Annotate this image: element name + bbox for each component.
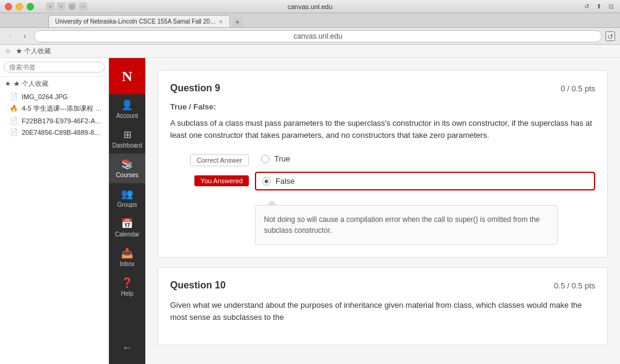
option-false-label: False bbox=[275, 177, 295, 186]
nav-item-calendar[interactable]: 📅 Calendar bbox=[109, 213, 145, 242]
reader-view-button[interactable]: ⊡ bbox=[68, 2, 76, 11]
question-9-title: Question 9 bbox=[170, 83, 220, 94]
nav-controls: ‹ › ⊡ ··· bbox=[46, 2, 87, 11]
nav-item-courses[interactable]: 📚 Courses bbox=[109, 154, 145, 183]
correct-answer-option: True bbox=[255, 151, 595, 167]
nav-item-account[interactable]: 👤 Account bbox=[109, 94, 145, 124]
question-9-header: Question 9 0 / 0.5 pts bbox=[170, 83, 595, 94]
question-9-type: True / False: bbox=[170, 102, 595, 111]
bookmark-item-2[interactable]: 🔥 4-5 学生选课---添加课程 II (0... bbox=[0, 102, 108, 115]
option-true-label: True bbox=[274, 154, 290, 163]
nav-label-inbox: Inbox bbox=[120, 261, 134, 267]
bookmarks-sidebar: ★ ★ 个人收藏 📄 IMG_0264.JPG 🔥 4-5 学生选课---添加课… bbox=[0, 58, 109, 364]
correct-answer-badge: Correct Answer bbox=[190, 154, 249, 166]
question-10-points: 0.5 / 0.5 pts bbox=[554, 281, 595, 290]
file-icon-3: 📄 bbox=[10, 117, 18, 125]
help-icon: ❓ bbox=[121, 277, 133, 288]
bookmark-item-3[interactable]: 📄 F22BB179-E979-46F2-AA09-... bbox=[0, 115, 108, 126]
nav-back-button[interactable]: ← bbox=[109, 337, 145, 358]
correct-answer-label-container: Correct Answer bbox=[170, 154, 249, 166]
question-9-text: A subclass of a class must pass paramete… bbox=[170, 117, 595, 141]
wrong-answer-option: False bbox=[255, 172, 595, 190]
main-content: Question 9 0 / 0.5 pts True / False: A s… bbox=[145, 58, 620, 364]
lms-logo: N bbox=[109, 58, 145, 94]
minimize-button[interactable] bbox=[16, 3, 23, 10]
sidebar-favorites-label: ★ ★ 个人收藏 bbox=[0, 77, 108, 91]
question-10-text: Given what we understand about the purpo… bbox=[170, 299, 595, 323]
bookmark-label-4: 20E74856-C89B-4889-85A... bbox=[22, 129, 104, 136]
nav-item-help[interactable]: ❓ Help bbox=[109, 272, 145, 302]
sidebar-search-input[interactable] bbox=[4, 62, 105, 73]
nav-label-account: Account bbox=[116, 112, 138, 119]
window-title: canvas.unl.edu bbox=[288, 3, 332, 10]
radio-dot bbox=[265, 180, 268, 183]
sidebar-search-container bbox=[0, 58, 108, 77]
url-input[interactable]: canvas.unl.edu bbox=[34, 30, 602, 42]
correct-answer-section: Correct Answer True bbox=[170, 151, 595, 167]
bookmark-label-1: IMG_0264.JPG bbox=[22, 93, 68, 100]
nav-label-groups: Groups bbox=[117, 201, 137, 208]
tab-1[interactable]: University of Nebraska-Lincoln CSCE 155A… bbox=[48, 15, 230, 27]
groups-icon: 👥 bbox=[121, 188, 133, 200]
browser-back-button[interactable]: ‹ bbox=[5, 31, 16, 42]
bookmark-label-3: F22BB179-E979-46F2-AA09-... bbox=[22, 117, 104, 125]
question-9-points: 0 / 0.5 pts bbox=[561, 84, 595, 93]
more-button[interactable]: ··· bbox=[79, 2, 87, 11]
feedback-container: Not doing so will cause a compilation er… bbox=[255, 200, 558, 245]
title-bar: ‹ › ⊡ ··· canvas.unl.edu ↺ ⬆ ⊡ bbox=[0, 0, 620, 13]
tab-1-close[interactable]: ✕ bbox=[219, 19, 223, 25]
question-10-header: Question 10 0.5 / 0.5 pts bbox=[170, 280, 595, 291]
nav-item-groups[interactable]: 👥 Groups bbox=[109, 183, 145, 213]
tab-bar: University of Nebraska-Lincoln CSCE 155A… bbox=[0, 13, 620, 28]
bookmark-bar: ☆ ★ 个人收藏 bbox=[0, 45, 620, 58]
share-icon[interactable]: ⬆ bbox=[595, 2, 603, 11]
file-icon-4: 📄 bbox=[10, 128, 18, 136]
address-bar: ‹ › canvas.unl.edu ↺ bbox=[0, 28, 620, 45]
bookmark-section-icon: ☆ bbox=[5, 47, 11, 55]
nav-label-courses: Courses bbox=[116, 172, 138, 178]
fullscreen-icon[interactable]: ⊡ bbox=[607, 2, 615, 11]
file-icon-1: 📄 bbox=[10, 93, 18, 100]
back-nav-button[interactable]: ‹ bbox=[46, 2, 54, 11]
browser-forward-button[interactable]: › bbox=[19, 31, 30, 42]
nav-item-dashboard[interactable]: ⊞ Dashboard bbox=[109, 124, 145, 154]
reload-icon[interactable]: ↺ bbox=[582, 2, 591, 11]
feedback-text: Not doing so will cause a compilation er… bbox=[264, 215, 540, 235]
fire-icon: 🔥 bbox=[10, 105, 18, 112]
tab-1-label: University of Nebraska-Lincoln CSCE 155A… bbox=[55, 18, 216, 25]
you-answered-badge: You Answered bbox=[194, 175, 249, 186]
courses-icon: 📚 bbox=[121, 158, 133, 170]
dashboard-icon: ⊞ bbox=[124, 129, 131, 140]
lms-navigation: N 👤 Account ⊞ Dashboard 📚 Courses 👥 Grou… bbox=[109, 58, 145, 364]
maximize-button[interactable] bbox=[27, 3, 34, 10]
bookmark-label-2: 4-5 学生选课---添加课程 II (0... bbox=[22, 104, 104, 113]
close-button[interactable] bbox=[5, 3, 12, 10]
inbox-icon: 📥 bbox=[121, 247, 133, 259]
radio-true bbox=[261, 155, 269, 163]
browser-content: ★ ★ 个人收藏 📄 IMG_0264.JPG 🔥 4-5 学生选课---添加课… bbox=[0, 58, 620, 364]
browser-reload-button[interactable]: ↺ bbox=[605, 31, 615, 41]
you-answered-label-container: You Answered bbox=[170, 175, 249, 186]
bookmark-item-4[interactable]: 📄 20E74856-C89B-4889-85A... bbox=[0, 126, 108, 138]
back-arrow-icon: ← bbox=[122, 342, 132, 353]
question-9-card: Question 9 0 / 0.5 pts True / False: A s… bbox=[157, 70, 608, 258]
nav-label-dashboard: Dashboard bbox=[113, 142, 142, 149]
bookmark-section-label: ★ 个人收藏 bbox=[16, 47, 51, 56]
calendar-icon: 📅 bbox=[121, 218, 133, 229]
radio-false bbox=[262, 177, 271, 186]
nav-label-help: Help bbox=[121, 290, 134, 297]
question-10-title: Question 10 bbox=[170, 280, 226, 291]
feedback-box: Not doing so will cause a compilation er… bbox=[255, 205, 558, 245]
nav-item-inbox[interactable]: 📥 Inbox bbox=[109, 242, 145, 272]
you-answered-section: You Answered False bbox=[170, 172, 595, 190]
question-10-card: Question 10 0.5 / 0.5 pts Given what we … bbox=[157, 267, 608, 345]
account-icon: 👤 bbox=[121, 99, 133, 111]
star-icon: ★ bbox=[5, 80, 11, 88]
new-tab-button[interactable]: + bbox=[232, 18, 242, 27]
bookmark-item-1[interactable]: 📄 IMG_0264.JPG bbox=[0, 91, 108, 102]
traffic-lights bbox=[5, 3, 34, 10]
logo-letter: N bbox=[122, 68, 132, 85]
window-controls-right: ↺ ⬆ ⊡ bbox=[582, 2, 615, 11]
nav-label-calendar: Calendar bbox=[115, 231, 140, 238]
forward-nav-button[interactable]: › bbox=[57, 2, 65, 11]
